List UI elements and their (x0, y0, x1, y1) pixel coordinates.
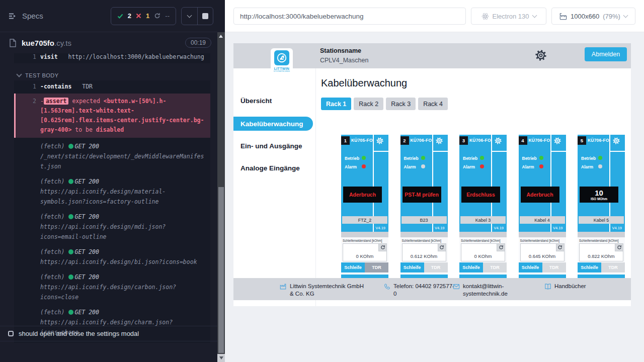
failed-icon (136, 13, 141, 19)
fetch-url: https://api.iconify.design/mdi.json? (40, 222, 208, 232)
chevron-down-icon (16, 71, 22, 77)
alarm-led (480, 164, 484, 168)
schleife-button[interactable]: Schleife (459, 262, 483, 273)
tdr-button[interactable]: TDR (365, 262, 388, 273)
device-gear-icon[interactable] (494, 137, 502, 145)
viewport-select[interactable]: 1000x660 (79%) (551, 8, 635, 25)
book-icon (544, 283, 551, 290)
schleife-button[interactable]: Schleife (519, 262, 542, 273)
tab-rack-4[interactable]: Rack 4 (418, 98, 448, 110)
tdr-button-disabled[interactable]: TDR (483, 262, 507, 273)
spec-file-row[interactable]: kue705fo.cy.ts 00:19 (0, 32, 217, 53)
alarm-label: Alarm (581, 164, 593, 169)
tdr-button-disabled[interactable]: TDR (601, 262, 625, 273)
station-label: Stationsname (320, 47, 361, 54)
fetch-log-row[interactable]: (fetch)GET 200 /_next/static/development… (14, 139, 210, 174)
schleife-button[interactable]: Schleife (578, 262, 601, 273)
specs-label[interactable]: Specs (22, 12, 43, 20)
pending-test-row[interactable]: should open and close the settings modal (0, 326, 217, 341)
footer-phone: Telefon: 04402 972577-0 (383, 283, 457, 298)
cable-name: Kabel 5 (579, 216, 624, 224)
assert-state: disabled (96, 126, 124, 133)
nav-item-uebersicht[interactable]: Übersicht (240, 97, 272, 105)
tdr-button-disabled[interactable]: TDR (424, 262, 448, 273)
loop-value-box: 0.612 KOhm (402, 243, 446, 261)
device-gear-icon[interactable] (612, 137, 620, 145)
rack-tabs: Rack 1 Rack 2 Rack 3 Rack 4 (321, 98, 448, 110)
fetch-log-row[interactable]: (fetch)GET 200 https://api.iconify.desig… (14, 174, 210, 209)
device-card: 4 KÜ706-FO Betrieb Alarm Aderbruch Kabel… (519, 135, 566, 278)
reporter-header: Specs 2 1 -- (0, 0, 217, 32)
scrollbar-track[interactable] (217, 32, 225, 362)
loop-panel: Schleifenwiderstand [kOhm] 0 KOhm (459, 237, 507, 262)
status-display: Aderbruch (343, 187, 382, 203)
nav-item-analoge-eingaenge[interactable]: Analoge Eingänge (240, 164, 300, 172)
schleife-button[interactable]: Schleife (341, 262, 365, 273)
loop-panel: Schleifenwiderstand [kOhm] 0 KOhm (341, 237, 388, 262)
nav-item-ein-und-ausgaenge[interactable]: Ein- und Ausgänge (240, 142, 302, 150)
loop-value: 0.645 KOhm (521, 253, 564, 259)
fetch-log-row[interactable]: (fetch)GET 200 https://api.iconify.desig… (14, 209, 210, 244)
betrieb-label: Betrieb (463, 156, 477, 161)
tab-rack-1[interactable]: Rack 1 (321, 98, 351, 110)
viewport-size: 1000x660 (571, 13, 599, 20)
device-gear-icon[interactable] (435, 137, 443, 145)
logout-button[interactable]: Abmelden (585, 47, 627, 61)
failed-count: 1 (146, 12, 149, 20)
device-card: 2 KÜ706-FO Betrieb Alarm PST-M prüfen B2… (400, 135, 448, 278)
runner-url-bar: http://localhost:3000/kabelueberwachung … (225, 0, 644, 32)
tab-rack-2[interactable]: Rack 2 (354, 98, 383, 110)
collapse-button[interactable] (182, 8, 197, 25)
settings-gear-icon[interactable] (534, 49, 547, 62)
device-number: 1 (341, 136, 350, 145)
fetch-url: https://api.iconify.design/carbon.json? (40, 282, 208, 292)
assert-tail: to be (75, 126, 93, 133)
device-model: KÜ705-FO (351, 138, 373, 143)
phone-icon (383, 283, 390, 298)
dash: - (40, 98, 44, 105)
refresh-icon[interactable] (378, 244, 386, 251)
nav-item-kabelueberwachung[interactable]: Kabelüberwachung (233, 117, 313, 131)
device-number: 2 (400, 136, 409, 145)
alarm-label: Alarm (345, 164, 357, 169)
visit-command-row[interactable]: 1 visit http://localhost:3000/kabelueber… (14, 53, 210, 63)
betrieb-label: Betrieb (345, 156, 359, 161)
ruler-icon (559, 13, 567, 20)
app-content: Kabelüberwachung Rack 1 Rack 2 Rack 3 Ra… (316, 68, 631, 306)
footer-manuals[interactable]: Handbücher (544, 283, 586, 290)
scroll-down-button[interactable] (217, 354, 225, 362)
section-label: TEST BODY (25, 72, 59, 78)
tab-rack-3[interactable]: Rack 3 (386, 98, 416, 110)
assert-command-row[interactable]: 2-assert expected <button.w-[50%].h-[1.5… (14, 94, 210, 138)
status-display: Erdschluss (461, 187, 500, 203)
tdr-button-disabled[interactable]: TDR (542, 262, 566, 273)
refresh-icon[interactable] (438, 244, 446, 251)
stop-button[interactable] (197, 8, 213, 25)
fetch-log-row[interactable]: (fetch)GET 200 https://api.iconify.desig… (14, 244, 210, 269)
url-input[interactable]: http://localhost:3000/kabelueberwachung (233, 8, 466, 25)
refresh-icon[interactable] (497, 244, 505, 251)
app-header: LITTWIN SYSTEMTECHNIK Stationsname CPLV4… (233, 43, 631, 68)
device-gear-icon[interactable] (376, 137, 384, 145)
littwin-logo: LITTWIN SYSTEMTECHNIK (271, 48, 293, 77)
fetch-log-row[interactable]: (fetch)GET 200 https://api.iconify.desig… (14, 269, 210, 305)
scroll-up-arrow-icon[interactable] (219, 35, 223, 38)
reporter-scrollbar (217, 0, 225, 362)
browser-select[interactable]: Electron 130 (471, 8, 546, 25)
test-body-section[interactable]: TEST BODY (14, 71, 59, 80)
firmware-version: V4.19 (553, 226, 563, 230)
refresh-icon[interactable] (556, 244, 564, 251)
runner-controls (181, 7, 213, 25)
fetch-url: https://api.iconify.design/bi.json?icons… (40, 257, 208, 267)
cable-name: Kabel 3 (460, 216, 506, 224)
device-gear-icon[interactable] (553, 137, 561, 145)
contains-command-row[interactable]: 1-contains TDR (14, 80, 210, 93)
device-number: 3 (459, 136, 468, 145)
loop-value: 0 KOhm (343, 253, 386, 259)
status-display: 10ISO MOhm (580, 187, 618, 203)
specs-list-icon[interactable] (8, 12, 17, 21)
schleife-button[interactable]: Schleife (400, 262, 424, 273)
refresh-icon[interactable] (615, 244, 623, 251)
alarm-label: Alarm (522, 164, 534, 169)
scrollbar-thumb[interactable] (218, 187, 224, 353)
